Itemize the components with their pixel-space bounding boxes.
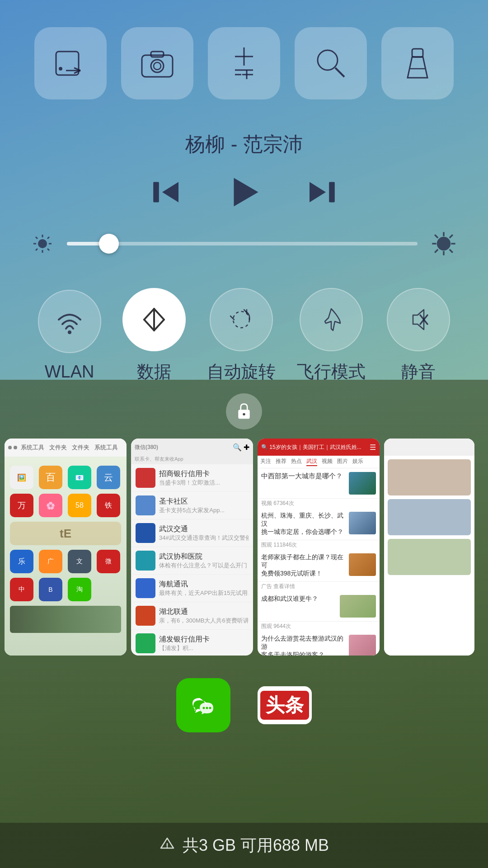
music-controls [0,176,488,208]
svg-line-32 [36,249,38,250]
svg-line-31 [47,237,49,239]
quick-icons-row [0,0,488,118]
svg-point-24 [38,239,47,248]
app-card-wechat[interactable]: 微信(380) 🔍 ✚ 联系卡、帮友来收App 招商银行信用卡 当盛卡3用！立即… [131,439,253,656]
svg-line-30 [47,249,49,250]
svg-rect-0 [56,52,79,75]
prev-button[interactable] [150,176,183,208]
wechat-icon[interactable] [176,678,230,732]
control-center: 杨柳 - 范宗沛 [0,0,488,380]
recent-apps: 系统工具 文件夹 文件夹 系统工具 🖼️ 百 📧 云 万 🌸 5 [0,380,488,868]
brightness-low-icon [32,233,53,255]
svg-point-58 [209,707,211,709]
wlan-circle [38,290,101,353]
svg-line-29 [36,237,38,239]
svg-point-7 [154,62,161,70]
svg-marker-19 [162,182,178,203]
svg-point-61 [166,847,168,849]
play-button[interactable] [228,176,260,208]
screen: 杨柳 - 范宗沛 [0,0,488,868]
airplane-toggle[interactable]: 飞行模式 [297,288,366,383]
brightness-row [0,208,488,279]
svg-point-6 [151,60,164,72]
app-card-fourth[interactable] [384,439,474,656]
mute-circle [387,288,450,351]
svg-rect-8 [151,52,164,57]
svg-rect-5 [142,55,173,77]
brightness-high-icon [431,231,456,256]
data-circle [122,288,186,351]
svg-line-45 [154,309,164,320]
svg-line-39 [450,250,453,253]
lock-icon [226,393,262,429]
svg-line-44 [144,309,154,320]
music-player: 杨柳 - 范宗沛 [0,131,488,208]
wlan-toggle[interactable]: WLAN [38,290,101,382]
music-title: 杨柳 - 范宗沛 [0,131,488,158]
app-card-news[interactable]: 🔍 15岁的女孩｜美国打工｜武汉姓氏姓... ☰ 关注 推荐 热点 武汉 视频 … [258,439,380,656]
rotation-circle [210,288,273,351]
svg-point-42 [68,330,71,334]
svg-point-33 [437,237,450,250]
memory-icon [159,836,175,854]
svg-rect-20 [153,182,159,203]
mute-toggle[interactable]: 静音 [387,288,450,383]
toggle-row: WLAN 数据 [0,279,488,388]
app-cards-row: 系统工具 文件夹 文件夹 系统工具 🖼️ 百 📧 云 万 🌸 5 [0,439,488,665]
svg-rect-23 [329,182,335,203]
svg-line-16 [335,68,344,77]
lock-icon-area [0,380,488,439]
svg-marker-21 [234,178,258,207]
svg-point-4 [59,67,62,71]
search-button[interactable] [295,27,367,99]
memory-text: 共3 GB 可用688 MB [183,835,329,857]
app-card-system[interactable]: 系统工具 文件夹 文件夹 系统工具 🖼️ 百 📧 云 万 🌸 5 [5,439,127,656]
svg-point-57 [206,707,208,709]
svg-point-55 [243,413,245,415]
toutiao-icon[interactable]: 头条 [258,678,312,732]
svg-line-40 [450,235,453,238]
next-button[interactable] [305,176,338,208]
svg-point-15 [318,50,338,70]
svg-marker-22 [310,182,326,203]
brightness-slider[interactable] [67,242,418,245]
flashlight-button[interactable] [381,27,454,99]
data-toggle[interactable]: 数据 [122,288,186,383]
calculator-button[interactable] [208,27,280,99]
memory-bar: 共3 GB 可用688 MB [0,823,488,868]
rotation-toggle[interactable]: 自动旋转 [207,288,276,383]
wlan-label: WLAN [45,362,94,382]
camera-button[interactable] [121,27,193,99]
svg-line-46 [144,320,154,330]
svg-line-41 [435,250,438,253]
svg-line-47 [154,320,164,330]
svg-line-38 [435,235,438,238]
svg-point-56 [203,707,205,709]
svg-point-48 [233,311,249,328]
app-icons-row: 头条 [0,665,488,746]
airplane-circle [300,288,363,351]
svg-rect-17 [412,49,423,57]
screenshot-button[interactable] [34,27,107,99]
